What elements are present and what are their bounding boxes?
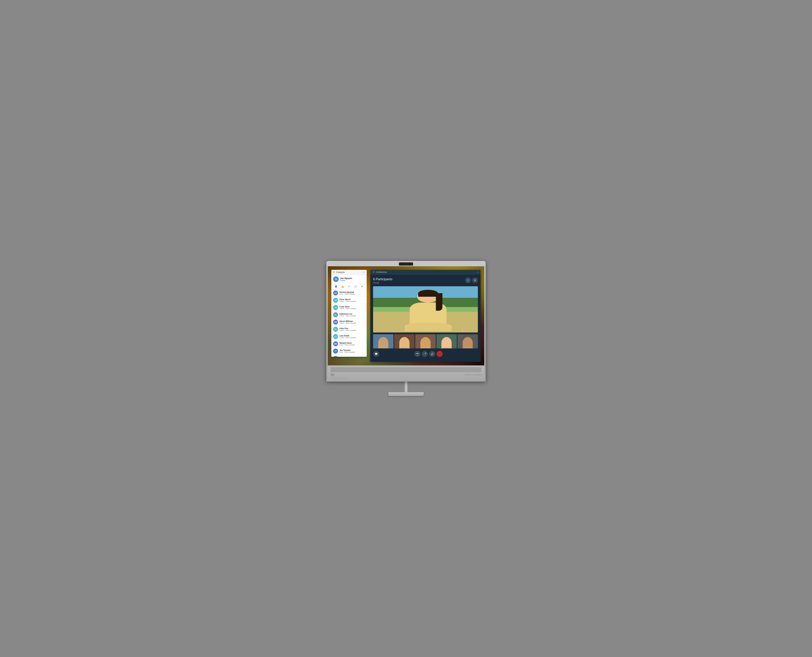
- contact-avatar: CH: [333, 298, 338, 303]
- contact-info: Chris Harris Online - Video Capable: [339, 298, 365, 302]
- speaker-grille: [331, 367, 481, 372]
- person-head: [417, 291, 439, 302]
- contact-status: Online - Video Capable: [339, 322, 365, 324]
- contact-item[interactable]: CH Chris Harris Online - Video Capable: [331, 297, 367, 304]
- camera-dot: [406, 263, 406, 265]
- contact-item[interactable]: LS Lisa Smith Online - Video Capable: [331, 333, 367, 340]
- contact-info: Anisha Agrawal Busy - Video Capable: [339, 291, 365, 295]
- contact-avatar: DV: [333, 356, 338, 357]
- contact-item[interactable]: FC Felix Cho Online - Video Capable: [331, 326, 367, 333]
- conference-info: 6 Participants 15:24 👤 ⚙: [373, 277, 478, 284]
- thumbnail-item[interactable]: Anisha Agrawal: [415, 334, 436, 349]
- control-btn-2[interactable]: [335, 377, 339, 379]
- control-btn-4[interactable]: [344, 377, 348, 379]
- contact-info: Felix Cho Online - Video Capable: [339, 327, 365, 331]
- contact-info: David Vaughn Online - Video Capable: [339, 357, 365, 357]
- person-hair: [418, 290, 438, 297]
- contact-avatar: AA: [333, 291, 338, 296]
- contact-item[interactable]: MD Margot Davis Busy - Video Capable: [331, 340, 367, 347]
- contacts-close-button[interactable]: ×: [362, 271, 365, 274]
- thumbnail-item[interactable]: Chris Harris: [394, 334, 414, 349]
- nav-people-icon[interactable]: 👤: [334, 285, 338, 288]
- screen: ☰ Contacts × JH Jan Nguyen Online 👤 🔔 🏷: [328, 266, 484, 366]
- monitor-bottom-bezel: hp BANG & OLUFSEN: [328, 366, 484, 381]
- hangup-button[interactable]: 📞: [437, 351, 443, 357]
- conference-close-button[interactable]: ×: [478, 271, 479, 273]
- contact-item[interactable]: AA Anisha Agrawal Busy - Video Capable: [331, 290, 367, 297]
- control-btn-3[interactable]: [340, 377, 343, 379]
- participants-button[interactable]: 👤: [465, 277, 471, 283]
- participants-label: 6 Participants: [373, 277, 392, 281]
- contacts-panel-header: ☰ Contacts ×: [331, 270, 367, 275]
- contacts-header-left: ☰ Contacts: [333, 271, 345, 274]
- conference-participants-info: 6 Participants 15:24: [373, 277, 392, 284]
- nav-window-icon[interactable]: ⬜: [354, 285, 357, 288]
- contact-status: Online - Video Capable: [339, 337, 365, 338]
- conference-body: 6 Participants 15:24 👤 ⚙: [370, 275, 481, 360]
- settings-button[interactable]: ⚙: [472, 277, 478, 283]
- person-shoulders: [404, 323, 452, 331]
- contact-avatar: FC: [333, 327, 338, 332]
- contact-list: AA Anisha Agrawal Busy - Video Capable C…: [331, 290, 367, 357]
- thumbnail-item[interactable]: Aaron Millman: [373, 334, 394, 349]
- conference-title: Conference: [376, 271, 387, 273]
- contact-avatar: KL: [333, 312, 338, 317]
- thumbnail-strip: Aaron Millman Chris Harris Anisha Agrawa…: [373, 334, 478, 349]
- thumbnail-item[interactable]: Cody Sims: [457, 334, 478, 349]
- contact-name: Aaron Millman: [339, 320, 365, 322]
- contacts-panel-title: Contacts: [336, 271, 345, 274]
- thumbnail-label: Cody Sims: [457, 347, 478, 348]
- thumbnail-label: Katherine Lee: [436, 347, 457, 348]
- nav-settings-icon[interactable]: ⚙: [360, 285, 364, 288]
- contact-status: Busy - Video Capable: [339, 344, 365, 346]
- thumbnail-label: Chris Harris: [394, 347, 414, 348]
- contact-name: Katherine Lee: [339, 313, 365, 315]
- chat-button[interactable]: 💬: [373, 351, 379, 357]
- contacts-panel-icon: ☰: [333, 271, 335, 274]
- contact-info: Lisa Smith Online - Video Capable: [339, 335, 365, 338]
- current-user-header: JH Jan Nguyen Online: [331, 275, 367, 283]
- conference-toolbar: 💬 📷 🎤 🔊 📞: [373, 350, 478, 358]
- main-speaker-visual: [402, 291, 454, 333]
- contact-item[interactable]: CS Cody Sims Online - Video Capable: [331, 304, 367, 311]
- contact-item[interactable]: AM Aaron Millman Online - Video Capable: [331, 319, 367, 326]
- current-user-avatar: JH: [333, 276, 339, 282]
- nav-tag-icon[interactable]: 🏷: [347, 285, 351, 288]
- conference-time: 15:24: [373, 282, 392, 284]
- hp-logo: hp: [331, 373, 334, 377]
- main-video-area: [373, 286, 478, 333]
- contact-status: Busy - Video Capable: [339, 351, 365, 353]
- contact-info: Jim Toronto Busy - Video Capable: [339, 349, 365, 353]
- contact-name: Cody Sims: [339, 305, 365, 308]
- camera-bar: [399, 262, 413, 266]
- conf-header-left: ☰ Conference: [372, 271, 387, 273]
- contact-avatar: LS: [333, 334, 338, 339]
- speaker-button[interactable]: 🔊: [429, 351, 435, 357]
- contact-status: Online - Video Capable: [339, 300, 365, 302]
- contact-info: Margot Davis Busy - Video Capable: [339, 342, 365, 346]
- mute-button[interactable]: 🎤: [422, 351, 428, 357]
- current-user-name: Jan Nguyen: [340, 277, 365, 280]
- contact-item[interactable]: JT Jim Toronto Busy - Video Capable: [331, 347, 367, 355]
- toolbar-center: 📷 🎤 🔊 📞: [414, 351, 443, 357]
- bottom-brand-area: hp BANG & OLUFSEN: [331, 373, 481, 377]
- thumbnail-label: Aaron Millman: [373, 347, 394, 348]
- conference-top-actions: 👤 ⚙: [465, 277, 478, 283]
- contact-item[interactable]: DV David Vaughn Online - Video Capable: [331, 355, 367, 357]
- person-hair-long: [436, 293, 442, 311]
- contact-status: Online - Video Capable: [339, 308, 365, 310]
- control-btn-1[interactable]: [331, 377, 334, 379]
- contact-name: Felix Cho: [339, 327, 365, 330]
- contact-name: David Vaughn: [339, 357, 365, 357]
- monitor-stand-neck: [404, 381, 408, 392]
- thumbnail-item[interactable]: Katherine Lee: [436, 334, 457, 349]
- nav-bell-icon[interactable]: 🔔: [341, 285, 344, 288]
- contact-name: Chris Harris: [339, 298, 365, 300]
- contact-item[interactable]: KL Katherine Lee Online - Video Capable: [331, 311, 367, 319]
- camera-toggle-button[interactable]: 📷: [414, 351, 420, 357]
- thumbnail-label: Anisha Agrawal: [415, 347, 436, 348]
- contact-status: Busy - Video Capable: [339, 293, 365, 295]
- current-user-status: Online: [340, 280, 365, 282]
- contacts-nav: 👤 🔔 🏷 ⬜ ⚙: [331, 283, 367, 290]
- contact-name: Jim Toronto: [339, 349, 365, 351]
